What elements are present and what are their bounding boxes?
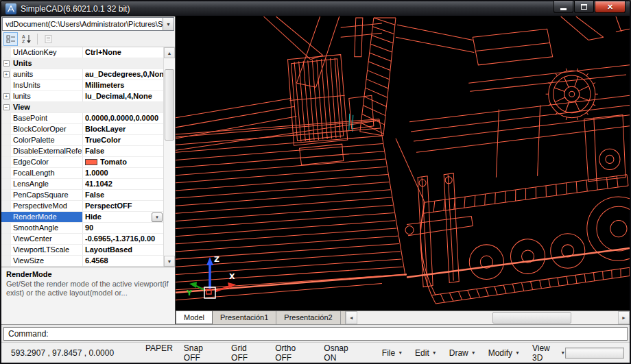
property-value-text: 90 xyxy=(85,223,163,233)
property-row-viewportltscale[interactable]: ViewportLTScaleLayoutBased xyxy=(1,245,163,256)
row-gutter xyxy=(1,190,11,200)
status-toggle-ortho[interactable]: Ortho OFF xyxy=(275,343,313,363)
property-scrollbar[interactable]: ▲ ▼ xyxy=(163,47,175,267)
chevron-down-icon: ▼ xyxy=(515,350,520,355)
property-value-text: False xyxy=(85,190,163,200)
property-row-rendermode[interactable]: RenderModeHide▼ xyxy=(1,212,163,223)
value-dropdown-button[interactable]: ▼ xyxy=(152,213,163,222)
property-row-colorpalette[interactable]: ColorPaletteTrueColor xyxy=(1,135,163,146)
property-value-text: BlockLayer xyxy=(85,124,163,134)
property-value[interactable]: 1.0000 xyxy=(82,168,163,178)
row-gutter: − xyxy=(1,58,11,69)
property-row-focallength[interactable]: FocalLength1.0000 xyxy=(1,168,163,179)
property-value[interactable]: False xyxy=(82,190,163,200)
horizontal-scrollbar[interactable]: ◄ ► xyxy=(345,311,630,324)
color-swatch-icon xyxy=(85,159,97,165)
status-menu-draw[interactable]: Draw▼ xyxy=(449,343,476,363)
property-value[interactable]: PerspectOFF xyxy=(82,201,163,211)
status-menu-file[interactable]: File▼ xyxy=(382,343,403,363)
maximize-button[interactable] xyxy=(574,1,594,13)
tab-model[interactable]: Model xyxy=(176,311,213,324)
categorized-button[interactable] xyxy=(3,32,18,46)
collapse-icon[interactable]: − xyxy=(3,104,10,110)
scroll-down-button[interactable]: ▼ xyxy=(164,256,175,267)
property-value[interactable]: 90 xyxy=(82,223,163,233)
status-toggle-grid[interactable]: Grid OFF xyxy=(231,343,264,363)
property-value[interactable]: 6.4568 xyxy=(82,256,163,266)
hscrollbar-thumb[interactable] xyxy=(492,312,571,324)
property-value-text: Hide xyxy=(85,212,152,222)
property-toolbar: A Z xyxy=(1,31,175,47)
command-input[interactable]: Command: xyxy=(3,327,628,341)
property-row-basepoint[interactable]: BasePoint0.0000,0.0000,0.0000 xyxy=(1,113,163,124)
row-gutter xyxy=(1,223,11,233)
tab-presentación1[interactable]: Presentación1 xyxy=(213,311,276,324)
scroll-left-button[interactable]: ◄ xyxy=(346,311,357,324)
status-toggle-snap[interactable]: Snap OFF xyxy=(184,343,220,363)
property-value[interactable]: 41.1042 xyxy=(82,179,163,189)
property-row-viewcenter[interactable]: ViewCenter-0.6965,-1.3716,0.00 xyxy=(1,234,163,245)
viewport-area: Z X Y ModelPresentación1Presentación2 ◄ xyxy=(176,16,630,324)
property-row-perspectivemod[interactable]: PerspectiveModPerspectOFF xyxy=(1,201,163,212)
property-value[interactable]: 0.0000,0.0000,0.0000 xyxy=(82,113,163,123)
expand-icon[interactable]: + xyxy=(3,71,10,77)
menu-label: Edit xyxy=(415,348,429,358)
az-sort-icon: A Z xyxy=(21,34,32,44)
minimize-button[interactable] xyxy=(553,1,573,13)
property-value-text: Ctrl+None xyxy=(85,47,163,58)
document-selector-dropdown[interactable]: ▼ xyxy=(163,18,174,30)
property-category-units[interactable]: −Units xyxy=(1,58,163,69)
svg-text:Z: Z xyxy=(22,39,25,44)
property-row-urlactionkey[interactable]: UrlActionKeyCtrl+None xyxy=(1,47,163,58)
scroll-right-button[interactable]: ► xyxy=(618,311,630,324)
row-gutter xyxy=(1,146,11,156)
property-value[interactable]: au_Decdegrees,0,None xyxy=(82,69,163,80)
close-button[interactable]: ✕ xyxy=(595,1,626,13)
property-row-lunits[interactable]: +lunitslu_Decimal,4,None xyxy=(1,91,163,102)
property-row-smoothangle[interactable]: SmoothAngle90 xyxy=(1,223,163,234)
property-name: SmoothAngle xyxy=(11,223,82,233)
status-toggle-paper[interactable]: PAPER xyxy=(145,343,173,363)
property-row-edgecolor[interactable]: EdgeColorTomato xyxy=(1,157,163,168)
property-value[interactable]: TrueColor xyxy=(82,135,163,145)
property-row-viewsize[interactable]: ViewSize6.4568 xyxy=(1,256,163,267)
collapse-icon[interactable]: − xyxy=(3,60,10,66)
property-value[interactable]: LayoutBased xyxy=(82,245,163,255)
scrollbar-thumb[interactable] xyxy=(165,69,174,141)
status-menu-edit[interactable]: Edit▼ xyxy=(415,343,437,363)
property-value[interactable]: Millimeters xyxy=(82,80,163,90)
property-name: ViewCenter xyxy=(11,234,82,244)
menu-label: Draw xyxy=(449,348,468,358)
hscrollbar-track[interactable] xyxy=(357,311,618,324)
expand-icon[interactable]: + xyxy=(3,93,10,99)
property-category-view[interactable]: −View xyxy=(1,102,163,113)
property-row-blockcoloroper[interactable]: BlockColorOperBlockLayer xyxy=(1,124,163,135)
property-row-pencapssquare[interactable]: PenCapsSquareFalse xyxy=(1,190,163,201)
alphabetical-sort-button[interactable]: A Z xyxy=(19,32,34,46)
status-menu-view-3d[interactable]: View 3D▼ xyxy=(532,343,565,363)
property-value[interactable]: Tomato xyxy=(82,157,163,167)
cad-canvas[interactable]: Z X Y xyxy=(176,16,630,311)
progress-indicator xyxy=(565,348,624,359)
status-menu-modify[interactable]: Modify▼ xyxy=(488,343,520,363)
status-toggle-osnap[interactable]: Osnap ON xyxy=(324,343,361,363)
property-value[interactable]: -0.6965,-1.3716,0.00 xyxy=(82,234,163,244)
property-value-text: lu_Decimal,4,None xyxy=(85,91,163,101)
property-row-disableexternalrefe[interactable]: DisableExternalRefeFalse xyxy=(1,146,163,157)
scrollbar-track[interactable] xyxy=(164,58,175,256)
property-value-text: au_Decdegrees,0,None xyxy=(85,69,163,80)
property-name: Units xyxy=(11,58,163,69)
tab-presentación2[interactable]: Presentación2 xyxy=(276,311,340,324)
coordinate-display: 593.2907 , 97.8457 , 0.0000 xyxy=(7,348,137,358)
property-value[interactable]: BlockLayer xyxy=(82,124,163,134)
property-row-aunits[interactable]: +aunitsau_Decdegrees,0,None xyxy=(1,69,163,80)
property-value[interactable]: False xyxy=(82,146,163,156)
title-bar[interactable]: SimpleCAD(6.6021.0.1 32 bit) ✕ xyxy=(1,1,630,16)
property-row-insunits[interactable]: InsUnitsMillimeters xyxy=(1,80,163,91)
property-value[interactable]: Hide▼ xyxy=(82,212,163,222)
property-row-lensangle[interactable]: LensAngle41.1042 xyxy=(1,179,163,190)
property-value[interactable]: lu_Decimal,4,None xyxy=(82,91,163,101)
document-selector[interactable]: vdDocument(C:\Users\Administrator\Pictur… xyxy=(2,17,174,31)
scroll-up-button[interactable]: ▲ xyxy=(164,47,175,58)
property-value[interactable]: Ctrl+None xyxy=(82,47,163,58)
